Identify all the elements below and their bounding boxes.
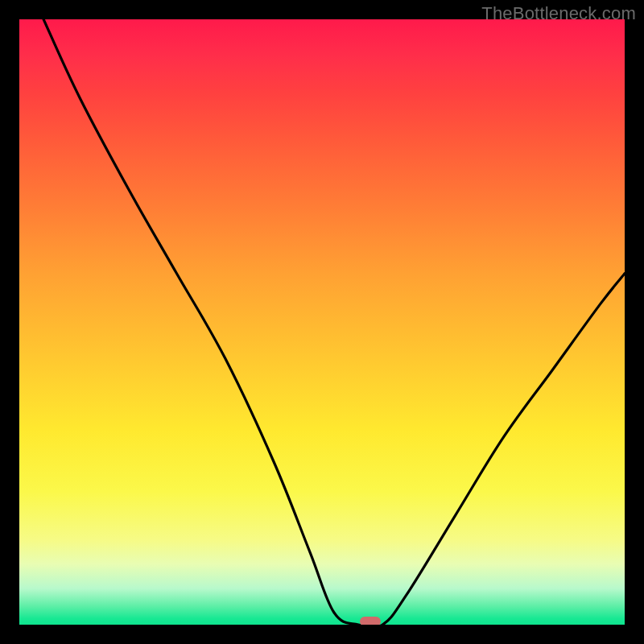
watermark-text: TheBottleneck.com <box>481 3 636 24</box>
bottleneck-curve <box>19 19 625 625</box>
plot-area <box>19 19 625 625</box>
minimum-marker <box>360 617 381 625</box>
chart-frame: TheBottleneck.com <box>0 0 644 644</box>
curve-path <box>43 19 625 625</box>
